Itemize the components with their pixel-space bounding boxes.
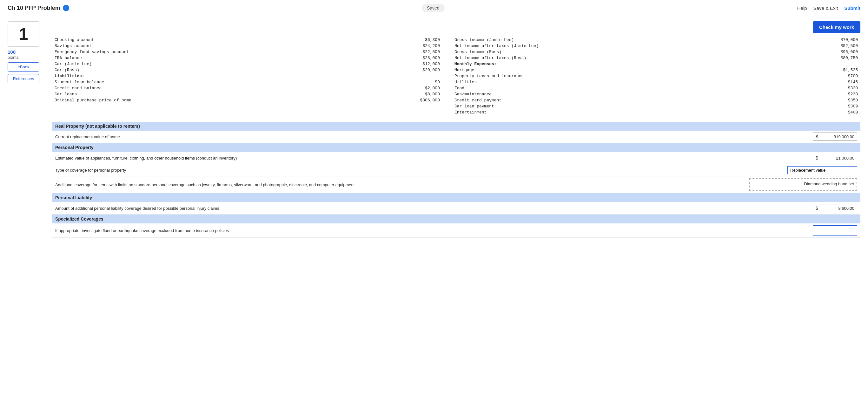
financial-left-label xyxy=(52,103,351,109)
form-row: Amount of additional personal liability … xyxy=(52,202,860,215)
dollar-value[interactable]: 8,600.00 xyxy=(820,206,854,211)
financial-right-value: $52,500 xyxy=(778,43,860,49)
form-row: If appropriate, investigate flood or ear… xyxy=(52,223,860,238)
financial-row: Car loans$8,000Gas/maintenance$230 xyxy=(52,91,860,97)
financial-row: Savings account$24,200Net income after t… xyxy=(52,43,860,49)
saved-badge: Saved xyxy=(422,4,445,12)
financial-left-value: $6,300 xyxy=(351,37,442,43)
dollar-sign: $ xyxy=(816,206,818,211)
header-left: Ch 10 PFP Problem i xyxy=(8,5,69,11)
financial-left-label xyxy=(52,109,351,115)
financial-row: Entertainment$400 xyxy=(52,109,860,115)
save-exit-button[interactable]: Save & Exit xyxy=(813,5,838,11)
form-input-cell: $21,000.00 xyxy=(641,152,860,164)
financial-row: IRA balance$28,000Net income after taxes… xyxy=(52,55,860,61)
text-input[interactable] xyxy=(787,166,857,174)
header-right: Help Save & Exit Submit xyxy=(797,5,860,11)
financial-right-value: $350 xyxy=(778,97,860,103)
financial-right-label: Gas/maintenance xyxy=(452,91,778,97)
section-header-0: Real Property (not applicable to renters… xyxy=(52,122,860,131)
financial-left-value: $12,000 xyxy=(351,61,442,67)
section-title: Real Property (not applicable to renters… xyxy=(52,122,860,131)
section-title: Personal Property xyxy=(52,143,860,152)
form-row-label: Estimated value of appliances, furniture… xyxy=(52,152,641,164)
main-container: 1 100 points eBook References Check my w… xyxy=(0,16,868,243)
section-header-2: Personal Liability xyxy=(52,193,860,202)
submit-button[interactable]: Submit xyxy=(844,5,860,11)
financial-left-value xyxy=(351,109,442,115)
financial-right-value: $309 xyxy=(778,103,860,109)
form-row-label: Type of coverage for personal property xyxy=(52,164,641,176)
financial-left-label: Credit card balance xyxy=(52,85,351,91)
points-value: 100 xyxy=(8,49,16,55)
financial-right-value: $700 xyxy=(778,73,860,79)
financial-right-label: Gross income (Jamie Lee) xyxy=(452,37,778,43)
points-label: points xyxy=(8,55,19,60)
section-title: Personal Liability xyxy=(52,193,860,202)
financial-row: Checking account$6,300Gross income (Jami… xyxy=(52,37,860,43)
financial-left-label: Liabilities: xyxy=(52,73,351,79)
financial-right-label: Net income after taxes (Ross) xyxy=(452,55,778,61)
financial-right-label: Food xyxy=(452,85,778,91)
form-row: Type of coverage for personal property xyxy=(52,164,860,176)
financial-right-label: Utilities xyxy=(452,79,778,85)
financial-row: Original purchase price of home$306,000C… xyxy=(52,97,860,103)
financial-left-value: $22,500 xyxy=(351,49,442,55)
financial-left-label: Original purchase price of home xyxy=(52,97,351,103)
financial-row: Car loan payment$309 xyxy=(52,103,860,109)
info-icon[interactable]: i xyxy=(63,5,69,11)
financial-left-label: Emergency fund savings account xyxy=(52,49,351,55)
financial-row: Student loan balance$0Utilities$145 xyxy=(52,79,860,85)
check-my-work-button[interactable]: Check my work xyxy=(813,21,860,33)
financial-row: Liabilities:Property taxes and insurance… xyxy=(52,73,860,79)
form-row-label: Amount of additional personal liability … xyxy=(52,202,641,215)
financial-right-value: $320 xyxy=(778,85,860,91)
financial-right-label: Mortgage xyxy=(452,67,778,73)
financial-right-value: $230 xyxy=(778,91,860,97)
check-row: Check my work xyxy=(52,21,860,33)
dollar-sign: $ xyxy=(816,134,818,139)
financial-right-value: $80,750 xyxy=(778,55,860,61)
dashed-input[interactable]: Diamond wedding band set xyxy=(749,178,857,191)
form-input-cell xyxy=(641,223,860,238)
dollar-value[interactable]: 319,000.00 xyxy=(820,135,854,139)
financial-left-label: Student loan balance xyxy=(52,79,351,85)
financial-left-value: $28,000 xyxy=(351,55,442,61)
financial-left-value: $20,000 xyxy=(351,67,442,73)
financial-left-value: $2,000 xyxy=(351,85,442,91)
financial-right-value xyxy=(778,61,860,67)
financial-left-label: Car loans xyxy=(52,91,351,97)
financial-left-value xyxy=(351,103,442,109)
financial-right-value: $95,000 xyxy=(778,49,860,55)
financial-right-value: $400 xyxy=(778,109,860,115)
empty-input[interactable] xyxy=(813,225,857,235)
form-row-label: If appropriate, investigate flood or ear… xyxy=(52,223,641,238)
financial-row: Emergency fund savings account$22,500Gro… xyxy=(52,49,860,55)
financial-left-value: $24,200 xyxy=(351,43,442,49)
financial-left-label: Checking account xyxy=(52,37,351,43)
form-row: Current replacement value of home$319,00… xyxy=(52,131,860,143)
sidebar: 1 100 points eBook References xyxy=(8,21,46,238)
header: Ch 10 PFP Problem i Saved Help Save & Ex… xyxy=(0,0,868,16)
form-input-cell xyxy=(641,164,860,176)
form-input-cell: $319,000.00 xyxy=(641,131,860,143)
section-title: Specialized Coverages xyxy=(52,215,860,224)
references-button[interactable]: References xyxy=(8,74,39,83)
financial-table: Checking account$6,300Gross income (Jami… xyxy=(52,37,860,115)
financial-row: Car (Ross)$20,000Mortgage$1,525 xyxy=(52,67,860,73)
content: Check my work Checking account$6,300Gros… xyxy=(52,21,860,238)
section-header-1: Personal Property xyxy=(52,143,860,152)
question-number-box: 1 xyxy=(8,21,39,47)
section-header-3: Specialized Coverages xyxy=(52,215,860,224)
financial-left-label: Savings account xyxy=(52,43,351,49)
financial-right-label: Entertainment xyxy=(452,109,778,115)
financial-right-value: $145 xyxy=(778,79,860,85)
financial-row: Credit card balance$2,000Food$320 xyxy=(52,85,860,91)
form-row: Estimated value of appliances, furniture… xyxy=(52,152,860,164)
financial-row: Car (Jamie Lee)$12,000Monthly Expenses: xyxy=(52,61,860,67)
question-number: 1 xyxy=(19,25,28,44)
dollar-value[interactable]: 21,000.00 xyxy=(820,156,854,161)
help-button[interactable]: Help xyxy=(797,5,807,11)
financial-right-label: Car loan payment xyxy=(452,103,778,109)
ebook-button[interactable]: eBook xyxy=(8,62,39,72)
